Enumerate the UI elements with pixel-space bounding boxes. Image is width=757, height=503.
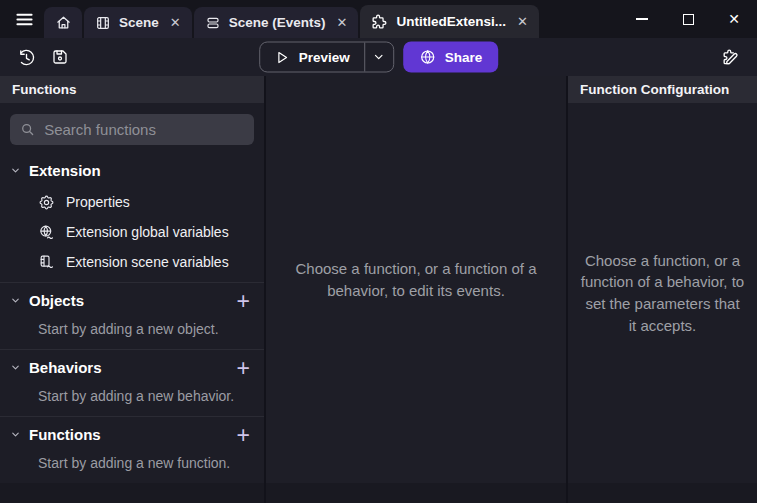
window-minimize-button[interactable] xyxy=(619,0,665,38)
tab-untitled-extension[interactable]: UntitledExtensi... ✕ xyxy=(360,5,538,38)
preview-button-main[interactable]: Preview xyxy=(260,43,364,72)
close-icon: ✕ xyxy=(728,11,740,27)
window-controls: ✕ xyxy=(619,0,757,38)
home-icon xyxy=(55,14,72,31)
list-item-global-variables[interactable]: Extension global variables xyxy=(0,217,264,247)
empty-hint: Start by adding a new behavior. xyxy=(0,385,264,416)
puzzle-icon xyxy=(371,13,388,30)
add-function-button[interactable]: + xyxy=(237,425,250,445)
events-editor-placeholder: Choose a function, or a function of a be… xyxy=(273,258,559,302)
events-editor-content: Choose a function, or a function of a be… xyxy=(266,76,566,483)
preview-button[interactable]: Preview xyxy=(259,42,394,73)
section-label: Extension xyxy=(29,162,101,179)
main-menu-button[interactable] xyxy=(4,0,44,38)
function-configuration-header: Function Configuration xyxy=(568,76,757,103)
panel-footer xyxy=(0,483,264,503)
save-icon xyxy=(51,48,69,66)
list-item-label: Properties xyxy=(66,194,130,210)
add-behavior-button[interactable]: + xyxy=(237,358,250,378)
history-button[interactable] xyxy=(12,43,40,71)
toolbar: Preview Share xyxy=(0,38,757,76)
functions-panel: Functions Extension Properties Extension… xyxy=(0,76,264,503)
empty-hint: Start by adding a new function. xyxy=(0,452,264,483)
chevron-down-icon xyxy=(10,362,21,373)
section-extension[interactable]: Extension xyxy=(0,153,264,188)
tab-home[interactable] xyxy=(44,7,82,38)
hamburger-icon xyxy=(15,10,34,29)
search-icon xyxy=(20,121,35,138)
functions-panel-title: Functions xyxy=(12,82,77,97)
edit-extension-icon xyxy=(720,47,740,67)
function-configuration-placeholder: Choose a function, or a function of a be… xyxy=(580,250,745,337)
toolbar-center-group: Preview Share xyxy=(259,42,499,73)
chevron-down-icon xyxy=(10,429,21,440)
empty-hint: Start by adding a new object. xyxy=(0,318,264,349)
tab-close-icon[interactable]: ✕ xyxy=(170,15,181,30)
globe-icon xyxy=(419,49,436,66)
section-label: Behaviors xyxy=(29,359,102,376)
functions-panel-header: Functions xyxy=(0,76,264,103)
list-item-label: Extension scene variables xyxy=(66,254,229,270)
list-item-scene-variables[interactable]: Extension scene variables xyxy=(0,247,264,277)
tab-scene-events[interactable]: Scene (Events) ✕ xyxy=(194,7,359,38)
section-behaviors[interactable]: Behaviors + xyxy=(0,350,264,385)
tab-close-icon[interactable]: ✕ xyxy=(336,15,347,30)
film-icon xyxy=(95,15,111,31)
function-configuration-panel: Function Configuration Choose a function… xyxy=(568,76,757,503)
section-label: Functions xyxy=(29,426,101,443)
section-label: Objects xyxy=(29,292,84,309)
play-icon xyxy=(274,49,290,65)
globe-variable-icon xyxy=(38,224,55,241)
share-button[interactable]: Share xyxy=(403,42,499,73)
save-button[interactable] xyxy=(46,43,74,71)
chevron-down-icon xyxy=(10,295,21,306)
function-configuration-body: Choose a function, or a function of a be… xyxy=(568,103,757,483)
search-input[interactable] xyxy=(44,121,244,138)
tab-scene[interactable]: Scene ✕ xyxy=(84,7,192,38)
functions-panel-body: Extension Properties Extension global va… xyxy=(0,103,264,483)
edit-extension-button[interactable] xyxy=(715,42,745,72)
scene-variable-icon xyxy=(38,253,55,270)
panel-footer xyxy=(266,483,566,503)
main-area: Functions Extension Properties Extension… xyxy=(0,76,757,503)
window-maximize-button[interactable] xyxy=(665,0,711,38)
titlebar: Scene ✕ Scene (Events) ✕ UntitledExtensi… xyxy=(0,0,757,38)
tab-label: UntitledExtensi... xyxy=(396,14,506,29)
events-editor-panel: Choose a function, or a function of a be… xyxy=(266,76,566,503)
chevron-down-icon xyxy=(10,165,21,176)
gear-icon xyxy=(38,194,55,211)
tab-close-icon[interactable]: ✕ xyxy=(517,14,528,29)
add-object-button[interactable]: + xyxy=(237,291,250,311)
section-functions[interactable]: Functions + xyxy=(0,417,264,452)
preview-button-label: Preview xyxy=(299,50,350,65)
search-box[interactable] xyxy=(10,114,254,145)
list-item-properties[interactable]: Properties xyxy=(0,188,264,218)
tab-label: Scene xyxy=(119,15,159,30)
minimize-icon xyxy=(636,18,648,20)
maximize-icon xyxy=(683,14,694,25)
events-sheet-icon xyxy=(205,15,221,31)
history-icon xyxy=(17,48,36,67)
chevron-down-icon xyxy=(372,51,385,64)
share-button-label: Share xyxy=(445,50,483,65)
panel-footer xyxy=(568,483,757,503)
function-configuration-title: Function Configuration xyxy=(580,82,729,97)
preview-options-dropdown[interactable] xyxy=(364,43,393,72)
section-objects[interactable]: Objects + xyxy=(0,283,264,318)
tab-label: Scene (Events) xyxy=(229,15,326,30)
window-close-button[interactable]: ✕ xyxy=(711,0,757,38)
list-item-label: Extension global variables xyxy=(66,224,229,240)
